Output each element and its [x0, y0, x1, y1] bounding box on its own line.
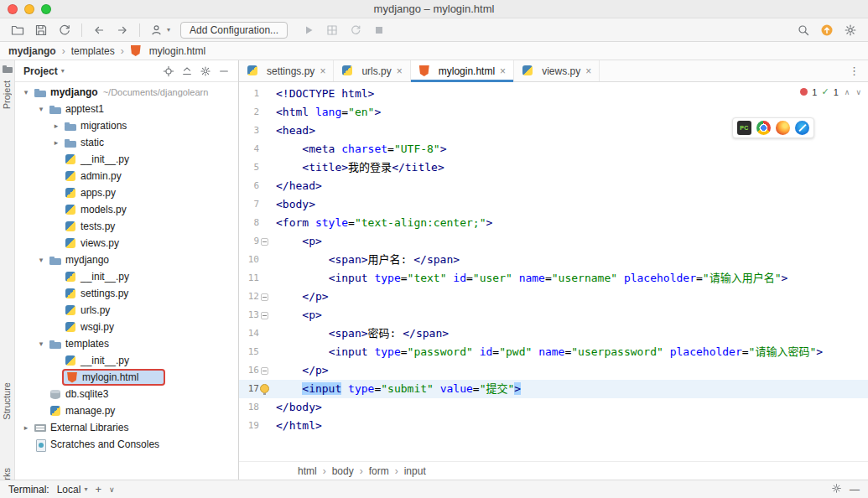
- code-line[interactable]: 12 </p>: [239, 288, 868, 306]
- select-opened-file-button[interactable]: [159, 62, 178, 80]
- chevron-down-icon[interactable]: ▾: [35, 340, 47, 348]
- panel-options-button[interactable]: [196, 62, 215, 80]
- tab-settings-py[interactable]: settings.py×: [239, 60, 334, 81]
- close-tab-icon[interactable]: ×: [320, 65, 325, 77]
- tool-strip-bookmarks[interactable]: Bookmarks: [2, 468, 12, 480]
- terminal-label[interactable]: Terminal:: [8, 484, 49, 495]
- save-all-button[interactable]: [30, 20, 52, 40]
- tree-item-manage.py[interactable]: manage.py: [15, 402, 238, 419]
- tree-item-urls.py[interactable]: urls.py: [15, 302, 238, 319]
- profile-button[interactable]: [146, 20, 168, 40]
- collapse-all-button[interactable]: [178, 62, 196, 80]
- minimize-window-button[interactable]: [24, 4, 34, 14]
- tab-mylogin-html[interactable]: mylogin.html×: [411, 60, 514, 81]
- run-button[interactable]: [298, 20, 320, 40]
- editor-tabs-menu-icon[interactable]: ⋮: [840, 60, 868, 81]
- tab-urls-py[interactable]: urls.py×: [334, 60, 410, 81]
- breadcrumb-item[interactable]: templates: [71, 45, 115, 57]
- chevron-down-icon[interactable]: ▾: [20, 88, 32, 96]
- code-line[interactable]: 14 <span>密码: </span>: [239, 324, 868, 343]
- code-line[interactable]: 10 <span>用户名: </span>: [239, 251, 868, 269]
- breadcrumb-item[interactable]: input: [404, 465, 426, 477]
- breadcrumb-item[interactable]: form: [369, 465, 389, 477]
- navigate-forward-button[interactable]: [112, 20, 133, 40]
- navigate-back-button[interactable]: [88, 20, 110, 40]
- intention-bulb-icon[interactable]: [260, 384, 269, 393]
- fold-marker-icon[interactable]: [261, 293, 268, 301]
- terminal-settings-button[interactable]: [831, 483, 842, 496]
- tree-item-scratches-and-consoles[interactable]: Scratches and Consoles: [15, 436, 238, 453]
- code-line[interactable]: 13 <p>: [239, 306, 868, 324]
- chevron-right-icon[interactable]: ▸: [20, 423, 32, 432]
- code-line[interactable]: 9 <p>: [239, 232, 868, 251]
- close-tab-icon[interactable]: ×: [585, 65, 591, 77]
- tree-item--init-.py[interactable]: __init__.py: [15, 151, 238, 168]
- code-line[interactable]: 19</html>: [239, 417, 868, 435]
- tree-item-mydjango[interactable]: ▾mydjango: [15, 252, 238, 268]
- code-line[interactable]: 16 </p>: [239, 361, 868, 380]
- synchronize-button[interactable]: [54, 20, 75, 40]
- code-line[interactable]: 18</body>: [239, 398, 868, 417]
- next-problem-icon[interactable]: ∨: [855, 88, 861, 96]
- hide-terminal-button[interactable]: —: [850, 484, 860, 495]
- inspections-widget[interactable]: 1 ✓ 1 ∧ ∨: [800, 86, 861, 97]
- fold-marker-icon[interactable]: [261, 367, 268, 375]
- zoom-window-button[interactable]: [41, 4, 51, 14]
- tree-item-mylogin.html[interactable]: mylogin.html: [15, 369, 238, 386]
- breadcrumb-item[interactable]: body: [332, 465, 354, 477]
- project-view-selector[interactable]: Project ▾: [23, 65, 65, 77]
- settings-button[interactable]: [839, 20, 861, 40]
- close-window-button[interactable]: [8, 4, 18, 14]
- code-line[interactable]: 8<form style="text-align:center;">: [239, 214, 868, 232]
- tree-item-admin.py[interactable]: admin.py: [15, 168, 238, 184]
- tree-item-external-libraries[interactable]: ▸External Libraries: [15, 419, 238, 436]
- chevron-down-icon[interactable]: ▾: [35, 256, 47, 264]
- chrome-icon[interactable]: [756, 121, 771, 135]
- update-button[interactable]: [816, 20, 838, 40]
- fold-marker-icon[interactable]: [261, 238, 268, 246]
- code-line[interactable]: 4 <meta charset="UTF-8">: [239, 140, 868, 158]
- new-terminal-session-button[interactable]: +: [95, 483, 101, 495]
- code-line[interactable]: 17 <input type="submit" value="提交">: [239, 380, 868, 398]
- tree-item-db.sqlite3[interactable]: db.sqlite3: [15, 386, 238, 402]
- chevron-right-icon[interactable]: ▸: [50, 122, 62, 130]
- tree-item-apptest1[interactable]: ▾apptest1: [15, 101, 238, 117]
- breadcrumb-item[interactable]: mydjango: [8, 45, 56, 57]
- pycharm-preview-icon[interactable]: PC: [737, 121, 751, 135]
- code-line[interactable]: 7<body>: [239, 195, 868, 214]
- breadcrumb-item[interactable]: html: [298, 465, 317, 477]
- code-editor[interactable]: 1<!DOCTYPE html>2<html lang="en">3<head>…: [239, 82, 868, 461]
- tab-views-py[interactable]: views.py×: [514, 60, 600, 81]
- hide-panel-button[interactable]: [215, 62, 233, 80]
- tree-item--init-.py[interactable]: __init__.py: [15, 352, 238, 369]
- chevron-right-icon[interactable]: ▸: [50, 138, 62, 147]
- previous-problem-icon[interactable]: ∧: [845, 88, 850, 96]
- code-line[interactable]: 5 <title>我的登录</title>: [239, 158, 868, 177]
- close-tab-icon[interactable]: ×: [500, 65, 506, 77]
- open-button[interactable]: [7, 20, 29, 40]
- tool-strip-structure[interactable]: Structure: [2, 382, 12, 420]
- terminal-sessions-dropdown-icon[interactable]: ∨: [109, 485, 115, 494]
- tree-item-views.py[interactable]: views.py: [15, 235, 238, 252]
- chevron-down-icon[interactable]: ▾: [35, 105, 47, 113]
- tree-item-templates[interactable]: ▾templates: [15, 335, 238, 352]
- tree-item-apps.py[interactable]: apps.py: [15, 184, 238, 201]
- close-tab-icon[interactable]: ×: [397, 65, 403, 77]
- add-configuration-button[interactable]: Add Configuration...: [180, 22, 288, 39]
- rerun-button[interactable]: [345, 20, 366, 40]
- terminal-tab-local[interactable]: Local ▾: [57, 484, 88, 495]
- project-tool-icon[interactable]: [3, 65, 13, 74]
- stop-button[interactable]: [368, 20, 390, 40]
- tree-item-static[interactable]: ▸static: [15, 134, 238, 151]
- code-line[interactable]: 6</head>: [239, 177, 868, 195]
- tree-item--init-.py[interactable]: __init__.py: [15, 268, 238, 285]
- tree-item-settings.py[interactable]: settings.py: [15, 285, 238, 302]
- tree-item-wsgi.py[interactable]: wsgi.py: [15, 319, 238, 335]
- tree-item-mydjango[interactable]: ▾mydjango~/Documents/djangolearn: [15, 84, 238, 101]
- search-everywhere-button[interactable]: [793, 20, 814, 40]
- firefox-icon[interactable]: [776, 121, 790, 135]
- tree-item-migrations[interactable]: ▸migrations: [15, 117, 238, 134]
- tree-item-models.py[interactable]: models.py: [15, 201, 238, 218]
- tool-strip-project[interactable]: Project: [2, 80, 12, 109]
- fold-marker-icon[interactable]: [261, 312, 268, 319]
